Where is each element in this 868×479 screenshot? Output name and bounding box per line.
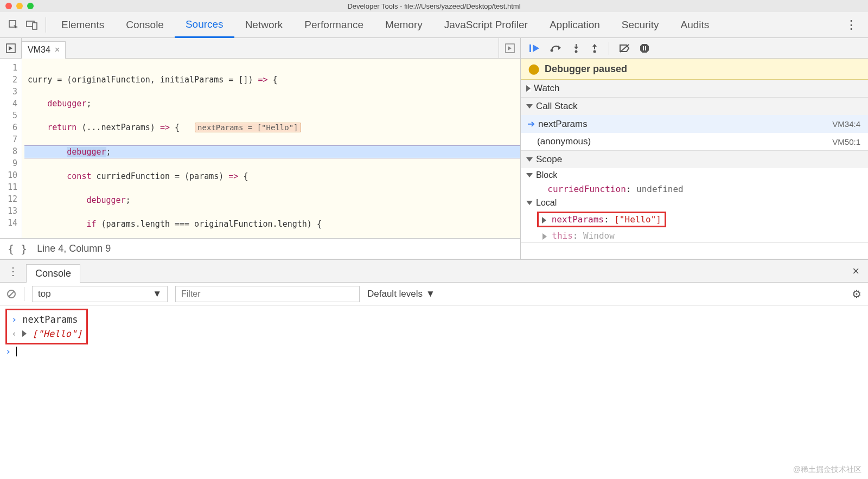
- expand-icon[interactable]: [22, 330, 27, 337]
- collapse-icon: [526, 173, 533, 177]
- tab-js-profiler[interactable]: JavaScript Profiler: [433, 12, 539, 38]
- watch-header[interactable]: Watch: [521, 80, 868, 97]
- context-label: top: [38, 289, 51, 299]
- levels-label: Default levels: [367, 289, 423, 299]
- svg-point-6: [551, 49, 553, 52]
- pause-exceptions-icon[interactable]: [640, 43, 649, 53]
- clear-console-icon[interactable]: [7, 289, 16, 299]
- scope-panel: Scope Block curriedFunction: undefined L…: [521, 151, 868, 243]
- var-name: curriedFunction: [547, 184, 626, 194]
- tab-memory[interactable]: Memory: [374, 12, 433, 38]
- block-label: Block: [536, 170, 557, 180]
- close-tab-icon[interactable]: ×: [55, 45, 60, 55]
- tab-audits[interactable]: Audits: [669, 12, 720, 38]
- separator: [46, 17, 46, 33]
- close-window-icon[interactable]: [5, 3, 12, 9]
- svg-point-7: [575, 50, 578, 53]
- step-over-icon[interactable]: [550, 43, 562, 53]
- editor-pane: VM34 × 1234567891011121314 curry = (orig…: [0, 38, 521, 259]
- tab-elements[interactable]: Elements: [50, 12, 115, 38]
- debugger-toggle-icon[interactable]: [499, 38, 520, 58]
- minimize-window-icon[interactable]: [16, 3, 23, 9]
- watch-label: Watch: [534, 83, 560, 94]
- callstack-label: Call Stack: [536, 101, 578, 112]
- chevron-down-icon: ▼: [152, 289, 162, 299]
- scope-label: Scope: [536, 154, 562, 165]
- callstack-panel: Call Stack ➔ nextParams VM34:4 (anonymou…: [521, 98, 868, 151]
- frame-location: VM34:4: [832, 119, 860, 129]
- var-value: Window: [583, 231, 615, 241]
- collapse-icon: [526, 201, 533, 205]
- svg-rect-11: [645, 46, 646, 50]
- tab-security[interactable]: Security: [611, 12, 670, 38]
- expand-icon[interactable]: [542, 233, 547, 240]
- tab-performance[interactable]: Performance: [293, 12, 374, 38]
- tab-console[interactable]: Console: [115, 12, 175, 38]
- var-value: ["Hello"]: [614, 214, 661, 225]
- console-input-text: nextParams: [22, 314, 78, 325]
- highlighted-console-entry: › nextParams ‹ ["Hello"]: [5, 309, 88, 344]
- cursor: [16, 347, 17, 356]
- local-label: Local: [536, 198, 557, 208]
- scope-variable-highlighted[interactable]: nextParams: ["Hello"]: [521, 210, 868, 229]
- inline-value: nextParams = ["Hello"]: [195, 123, 301, 132]
- pretty-print-icon[interactable]: { }: [8, 242, 27, 256]
- svg-rect-10: [643, 46, 644, 50]
- source-code[interactable]: curry = (originalFunction, initialParams…: [22, 59, 520, 238]
- watermark: @稀土掘金技术社区: [793, 465, 861, 475]
- step-out-icon[interactable]: [590, 43, 599, 53]
- context-selector[interactable]: top ▼: [32, 286, 168, 302]
- separator: [24, 287, 24, 301]
- filter-input[interactable]: [175, 286, 360, 302]
- console-output[interactable]: › nextParams ‹ ["Hello"] ›: [0, 305, 868, 362]
- navigator-toggle-icon[interactable]: [0, 38, 22, 58]
- window-title: Developer Tools - file:///Users/yazeed/D…: [347, 2, 520, 10]
- editor-tab-vm34[interactable]: VM34 ×: [22, 41, 66, 59]
- device-toggle-icon[interactable]: [23, 16, 41, 34]
- stack-frame[interactable]: ➔ nextParams VM34:4: [521, 115, 868, 133]
- tab-network[interactable]: Network: [234, 12, 294, 38]
- scope-local-header[interactable]: Local: [521, 196, 868, 210]
- svg-rect-5: [529, 44, 531, 52]
- code-editor[interactable]: 1234567891011121314 curry = (originalFun…: [0, 59, 520, 238]
- output-chevron-icon: ‹: [11, 328, 17, 339]
- editor-statusbar: { } Line 4, Column 9: [0, 238, 520, 259]
- tab-application[interactable]: Application: [539, 12, 611, 38]
- collapse-icon: [526, 104, 533, 108]
- frame-name: nextParams: [538, 119, 588, 130]
- maximize-window-icon[interactable]: [27, 3, 34, 9]
- editor-tabs: VM34 ×: [0, 38, 520, 59]
- separator: [609, 42, 609, 55]
- scope-variable[interactable]: curriedFunction: undefined: [521, 182, 868, 196]
- resume-icon[interactable]: [528, 43, 540, 53]
- warning-icon: ⬤: [528, 63, 539, 75]
- var-name: this: [552, 231, 573, 241]
- frame-location: VM50:1: [832, 137, 860, 146]
- scope-block-header[interactable]: Block: [521, 168, 868, 182]
- scope-variable[interactable]: this: Window: [521, 229, 868, 242]
- devtools-tabs: Elements Console Sources Network Perform…: [0, 12, 868, 38]
- close-drawer-icon[interactable]: ×: [844, 264, 868, 278]
- drawer-header: ⋮ Console ×: [0, 260, 868, 283]
- deactivate-breakpoints-icon[interactable]: [619, 43, 630, 53]
- drawer-menu-icon[interactable]: ⋮: [0, 265, 26, 278]
- inspect-icon[interactable]: [4, 16, 23, 34]
- console-prompt[interactable]: ›: [5, 344, 863, 359]
- window-titlebar: Developer Tools - file:///Users/yazeed/D…: [0, 0, 868, 12]
- paused-label: Debugger paused: [545, 63, 627, 75]
- log-levels-selector[interactable]: Default levels ▼: [367, 289, 435, 299]
- callstack-header[interactable]: Call Stack: [521, 98, 868, 115]
- console-toolbar: top ▼ Default levels ▼ ⚙: [0, 283, 868, 305]
- more-menu-icon[interactable]: ⋮: [839, 18, 864, 32]
- stack-frame[interactable]: (anonymous) VM50:1: [521, 133, 868, 150]
- expand-icon[interactable]: [542, 217, 546, 223]
- editor-tab-label: VM34: [28, 45, 50, 55]
- console-settings-icon[interactable]: ⚙: [852, 288, 861, 301]
- console-input-line: › nextParams: [11, 312, 82, 327]
- step-into-icon[interactable]: [572, 43, 580, 53]
- debugger-pane: ⬤ Debugger paused Watch Call Stack ➔ nex…: [521, 38, 868, 259]
- console-tab[interactable]: Console: [26, 264, 80, 283]
- svg-point-8: [593, 50, 596, 53]
- tab-sources[interactable]: Sources: [175, 12, 234, 38]
- scope-header[interactable]: Scope: [521, 151, 868, 168]
